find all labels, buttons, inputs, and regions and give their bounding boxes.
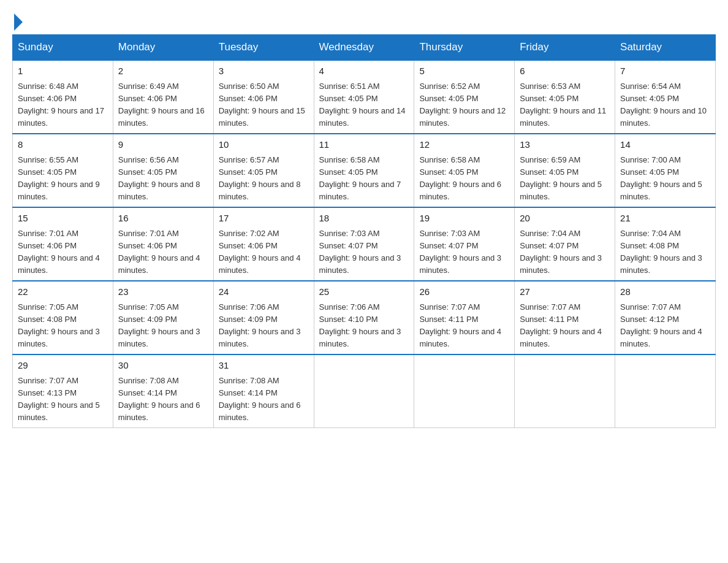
calendar-header-saturday: Saturday [615, 35, 716, 61]
day-number: 14 [620, 138, 710, 152]
day-number: 3 [219, 64, 309, 79]
day-info: Sunrise: 7:06 AMSunset: 4:10 PMDaylight:… [319, 302, 401, 348]
day-info: Sunrise: 7:05 AMSunset: 4:08 PMDaylight:… [18, 302, 100, 348]
day-number: 21 [620, 212, 710, 226]
calendar-cell: 21 Sunrise: 7:04 AMSunset: 4:08 PMDaylig… [615, 207, 716, 281]
day-number: 8 [18, 138, 108, 152]
calendar-cell [314, 354, 414, 428]
calendar-cell: 8 Sunrise: 6:55 AMSunset: 4:05 PMDayligh… [13, 134, 113, 207]
day-number: 24 [219, 285, 309, 299]
day-info: Sunrise: 7:07 AMSunset: 4:11 PMDaylight:… [419, 302, 501, 348]
calendar-cell: 22 Sunrise: 7:05 AMSunset: 4:08 PMDaylig… [13, 281, 113, 354]
day-info: Sunrise: 7:06 AMSunset: 4:09 PMDaylight:… [219, 302, 301, 348]
day-info: Sunrise: 6:53 AMSunset: 4:05 PMDaylight:… [520, 82, 606, 128]
calendar-cell: 4 Sunrise: 6:51 AMSunset: 4:05 PMDayligh… [314, 60, 414, 134]
calendar-cell [414, 354, 515, 428]
day-info: Sunrise: 7:08 AMSunset: 4:14 PMDaylight:… [219, 376, 301, 422]
calendar-cell: 6 Sunrise: 6:53 AMSunset: 4:05 PMDayligh… [515, 60, 615, 134]
day-info: Sunrise: 6:50 AMSunset: 4:06 PMDaylight:… [219, 82, 305, 128]
calendar-week-1: 1 Sunrise: 6:48 AMSunset: 4:06 PMDayligh… [13, 60, 716, 134]
day-number: 20 [520, 212, 610, 226]
day-info: Sunrise: 7:07 AMSunset: 4:11 PMDaylight:… [520, 302, 602, 348]
calendar-cell: 2 Sunrise: 6:49 AMSunset: 4:06 PMDayligh… [113, 60, 213, 134]
day-info: Sunrise: 6:54 AMSunset: 4:05 PMDaylight:… [620, 82, 707, 128]
calendar-header-row: SundayMondayTuesdayWednesdayThursdayFrid… [13, 35, 716, 61]
calendar-cell: 1 Sunrise: 6:48 AMSunset: 4:06 PMDayligh… [13, 60, 113, 134]
day-info: Sunrise: 7:03 AMSunset: 4:07 PMDaylight:… [419, 229, 501, 275]
calendar-cell: 28 Sunrise: 7:07 AMSunset: 4:12 PMDaylig… [615, 281, 716, 354]
calendar-cell: 25 Sunrise: 7:06 AMSunset: 4:10 PMDaylig… [314, 281, 414, 354]
calendar-cell: 26 Sunrise: 7:07 AMSunset: 4:11 PMDaylig… [414, 281, 515, 354]
calendar-week-4: 22 Sunrise: 7:05 AMSunset: 4:08 PMDaylig… [13, 281, 716, 354]
calendar-header-tuesday: Tuesday [213, 35, 314, 61]
day-info: Sunrise: 6:48 AMSunset: 4:06 PMDaylight:… [18, 82, 104, 128]
calendar-cell: 17 Sunrise: 7:02 AMSunset: 4:06 PMDaylig… [213, 207, 314, 281]
logo [12, 12, 23, 28]
day-number: 18 [319, 212, 409, 226]
day-number: 31 [219, 359, 309, 373]
day-number: 30 [118, 359, 208, 373]
day-number: 6 [520, 64, 610, 79]
day-number: 5 [419, 64, 509, 79]
day-number: 2 [118, 64, 208, 79]
day-info: Sunrise: 6:58 AMSunset: 4:05 PMDaylight:… [319, 155, 401, 201]
calendar-cell: 19 Sunrise: 7:03 AMSunset: 4:07 PMDaylig… [414, 207, 515, 281]
calendar-cell: 9 Sunrise: 6:56 AMSunset: 4:05 PMDayligh… [113, 134, 213, 207]
day-info: Sunrise: 7:01 AMSunset: 4:06 PMDaylight:… [18, 229, 100, 275]
day-number: 12 [419, 138, 509, 152]
day-info: Sunrise: 6:52 AMSunset: 4:05 PMDaylight:… [419, 82, 506, 128]
day-info: Sunrise: 7:05 AMSunset: 4:09 PMDaylight:… [118, 302, 200, 348]
day-number: 7 [620, 64, 710, 79]
day-info: Sunrise: 6:51 AMSunset: 4:05 PMDaylight:… [319, 82, 406, 128]
calendar-cell: 24 Sunrise: 7:06 AMSunset: 4:09 PMDaylig… [213, 281, 314, 354]
day-number: 10 [219, 138, 309, 152]
day-info: Sunrise: 6:59 AMSunset: 4:05 PMDaylight:… [520, 155, 602, 201]
calendar-header-wednesday: Wednesday [314, 35, 414, 61]
page-header [12, 12, 716, 28]
logo-triangle-icon [14, 13, 23, 31]
calendar-week-2: 8 Sunrise: 6:55 AMSunset: 4:05 PMDayligh… [13, 134, 716, 207]
day-number: 15 [18, 212, 108, 226]
day-info: Sunrise: 7:01 AMSunset: 4:06 PMDaylight:… [118, 229, 200, 275]
day-number: 13 [520, 138, 610, 152]
day-number: 27 [520, 285, 610, 299]
day-info: Sunrise: 7:07 AMSunset: 4:12 PMDaylight:… [620, 302, 702, 348]
calendar-cell: 23 Sunrise: 7:05 AMSunset: 4:09 PMDaylig… [113, 281, 213, 354]
calendar-cell: 10 Sunrise: 6:57 AMSunset: 4:05 PMDaylig… [213, 134, 314, 207]
day-number: 19 [419, 212, 509, 226]
day-info: Sunrise: 6:58 AMSunset: 4:05 PMDaylight:… [419, 155, 501, 201]
calendar-header-monday: Monday [113, 35, 213, 61]
calendar-header-thursday: Thursday [414, 35, 515, 61]
day-number: 23 [118, 285, 208, 299]
calendar-cell: 3 Sunrise: 6:50 AMSunset: 4:06 PMDayligh… [213, 60, 314, 134]
day-info: Sunrise: 7:08 AMSunset: 4:14 PMDaylight:… [118, 376, 200, 422]
day-info: Sunrise: 6:56 AMSunset: 4:05 PMDaylight:… [118, 155, 200, 201]
day-number: 1 [18, 64, 108, 79]
day-info: Sunrise: 7:07 AMSunset: 4:13 PMDaylight:… [18, 376, 100, 422]
day-info: Sunrise: 6:49 AMSunset: 4:06 PMDaylight:… [118, 82, 205, 128]
day-info: Sunrise: 6:57 AMSunset: 4:05 PMDaylight:… [219, 155, 301, 201]
calendar-week-3: 15 Sunrise: 7:01 AMSunset: 4:06 PMDaylig… [13, 207, 716, 281]
calendar-cell [515, 354, 615, 428]
calendar-header-sunday: Sunday [13, 35, 113, 61]
calendar-cell: 16 Sunrise: 7:01 AMSunset: 4:06 PMDaylig… [113, 207, 213, 281]
calendar-cell [615, 354, 716, 428]
day-number: 25 [319, 285, 409, 299]
calendar-week-5: 29 Sunrise: 7:07 AMSunset: 4:13 PMDaylig… [13, 354, 716, 428]
day-number: 9 [118, 138, 208, 152]
day-info: Sunrise: 7:03 AMSunset: 4:07 PMDaylight:… [319, 229, 401, 275]
calendar-cell: 29 Sunrise: 7:07 AMSunset: 4:13 PMDaylig… [13, 354, 113, 428]
calendar-header-friday: Friday [515, 35, 615, 61]
day-info: Sunrise: 7:04 AMSunset: 4:08 PMDaylight:… [620, 229, 702, 275]
day-info: Sunrise: 7:02 AMSunset: 4:06 PMDaylight:… [219, 229, 301, 275]
calendar-cell: 12 Sunrise: 6:58 AMSunset: 4:05 PMDaylig… [414, 134, 515, 207]
calendar-cell: 20 Sunrise: 7:04 AMSunset: 4:07 PMDaylig… [515, 207, 615, 281]
calendar-cell: 5 Sunrise: 6:52 AMSunset: 4:05 PMDayligh… [414, 60, 515, 134]
day-number: 17 [219, 212, 309, 226]
calendar-cell: 13 Sunrise: 6:59 AMSunset: 4:05 PMDaylig… [515, 134, 615, 207]
day-number: 11 [319, 138, 409, 152]
calendar-cell: 27 Sunrise: 7:07 AMSunset: 4:11 PMDaylig… [515, 281, 615, 354]
calendar-cell: 18 Sunrise: 7:03 AMSunset: 4:07 PMDaylig… [314, 207, 414, 281]
day-number: 22 [18, 285, 108, 299]
calendar-table: SundayMondayTuesdayWednesdayThursdayFrid… [12, 34, 716, 428]
